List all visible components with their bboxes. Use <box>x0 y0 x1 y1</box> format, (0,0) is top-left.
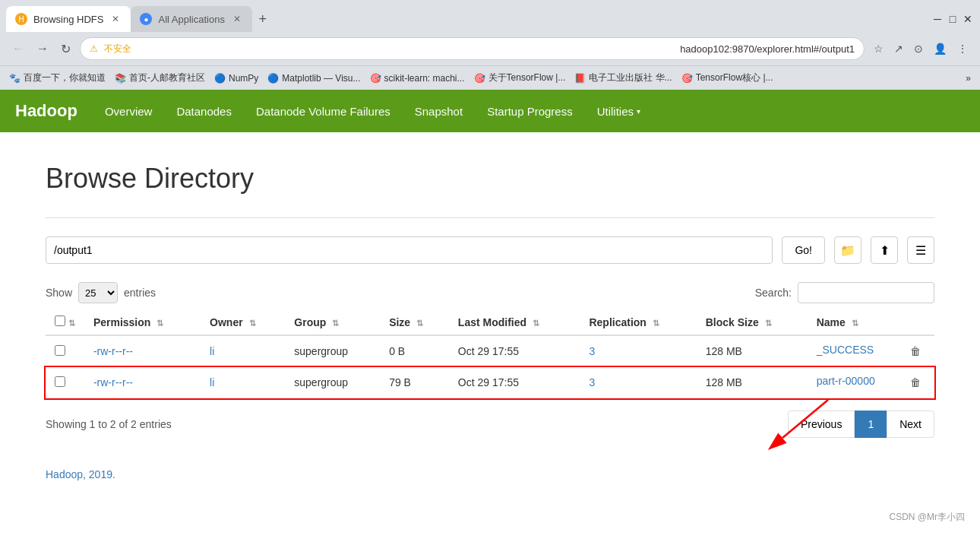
col-block-size[interactable]: Block Size ⇅ <box>697 309 808 335</box>
bookmark-icon-sklearn: 🎯 <box>370 73 381 84</box>
page-title: Browse Directory <box>46 163 934 195</box>
footer: Hadoop, 2019. <box>46 468 934 480</box>
url-actions: ☆ ↗ ⊙ 👤 ⋮ <box>871 40 971 58</box>
tab1-favicon: H <box>15 13 27 25</box>
bookmark-icon-renyou: 📚 <box>115 73 126 84</box>
path-input[interactable] <box>46 236 773 264</box>
sort-icon-select: ⇅ <box>68 319 75 328</box>
page1-button[interactable]: 1 <box>855 411 887 438</box>
menu-button[interactable]: ⋮ <box>954 40 971 58</box>
sort-icon-group: ⇅ <box>332 319 339 328</box>
minimize-button[interactable]: ─ <box>931 13 944 25</box>
refresh-button[interactable]: ↻ <box>58 39 74 59</box>
bookmark-matplotlib[interactable]: 🔵 Matplotlib — Visu... <box>267 73 360 84</box>
zoom-button[interactable]: ⊙ <box>911 40 926 58</box>
checkbox-header: ⇅ <box>46 309 84 335</box>
pagination-row: Showing 1 to 2 of 2 entries Previous 1 N… <box>46 411 934 438</box>
new-tab-button[interactable]: + <box>252 8 273 30</box>
maximize-button[interactable]: □ <box>947 13 959 25</box>
showing-text: Showing 1 to 2 of 2 entries <box>46 418 172 430</box>
sort-icon-last-modified: ⇅ <box>533 319 539 328</box>
row2-checkbox-cell <box>46 367 84 398</box>
bookmark-dianzi[interactable]: 📕 电子工业出版社 华... <box>574 71 672 84</box>
row1-checkbox-cell <box>46 335 84 367</box>
table-header-row: ⇅ Permission ⇅ Owner ⇅ Group ⇅ <box>46 309 934 335</box>
col-replication[interactable]: Replication ⇅ <box>580 309 696 335</box>
row2-replication-link[interactable]: 3 <box>589 376 595 388</box>
url-bar[interactable]: ⚠ 不安全 hadoop102:9870/explorer.html#/outp… <box>80 37 865 60</box>
share-button[interactable]: ↗ <box>891 40 906 58</box>
col-group[interactable]: Group ⇅ <box>285 309 380 335</box>
account-button[interactable]: 👤 <box>931 40 950 58</box>
row2-name-link[interactable]: part-r-00000 <box>817 375 875 387</box>
col-size[interactable]: Size ⇅ <box>380 309 449 335</box>
bookmarks-more[interactable]: » <box>966 73 971 84</box>
nav-startup-progress[interactable]: Startup Progress <box>475 91 585 132</box>
table-icon-button[interactable]: ☰ <box>907 236 934 264</box>
nav-snapshot[interactable]: Snapshot <box>403 91 475 132</box>
back-button[interactable]: ← <box>9 39 27 59</box>
row1-delete-button[interactable]: 🗑 <box>906 344 925 359</box>
nav-datanode-volume-failures[interactable]: Datanode Volume Failures <box>244 91 403 132</box>
row1-block-size: 128 MB <box>697 335 808 367</box>
active-tab[interactable]: H Browsing HDFS ✕ <box>6 6 131 32</box>
folder-icon-button[interactable]: 📁 <box>834 236 861 264</box>
bookmark-label-sklearn: scikit-learn: machi... <box>384 73 465 84</box>
show-label: Show <box>46 287 72 299</box>
select-all-checkbox[interactable] <box>55 315 65 326</box>
col-permission[interactable]: Permission ⇅ <box>84 309 201 335</box>
search-label: Search: <box>755 287 792 299</box>
bookmark-star-button[interactable]: ☆ <box>871 40 887 58</box>
row1-replication-link[interactable]: 3 <box>589 345 595 357</box>
previous-button[interactable]: Previous <box>788 411 855 438</box>
show-entries-row: Show 10 25 50 100 entries <box>46 282 156 303</box>
go-button[interactable]: Go! <box>782 236 825 264</box>
bookmark-numpy[interactable]: 🔵 NumPy <box>214 73 258 84</box>
entries-select[interactable]: 10 25 50 100 <box>78 282 118 303</box>
content-divider <box>46 217 934 218</box>
nav-datanodes[interactable]: Datanodes <box>164 91 244 132</box>
nav-utilities[interactable]: Utilities ▾ <box>585 91 653 132</box>
row1-checkbox[interactable] <box>55 345 65 356</box>
bookmark-label-baidu: 百度一下，你就知道 <box>24 71 106 84</box>
tab2-close[interactable]: ✕ <box>231 13 243 25</box>
search-input[interactable] <box>798 282 934 303</box>
path-row: Go! 📁 ⬆ ☰ <box>46 236 934 264</box>
col-owner[interactable]: Owner ⇅ <box>201 309 285 335</box>
bookmark-tensorflow2[interactable]: 🎯 TensorFlow核心 |... <box>681 71 773 84</box>
row2-permission-link[interactable]: -rw-r--r-- <box>93 376 133 388</box>
row1-owner-link[interactable]: li <box>210 345 214 357</box>
forward-button[interactable]: → <box>33 39 52 59</box>
url-text: hadoop102:9870/explorer.html#/output1 <box>680 43 855 55</box>
upload-icon-button[interactable]: ⬆ <box>871 236 898 264</box>
inactive-tab[interactable]: ● All Applications ✕ <box>131 6 252 32</box>
columns-icon: ☰ <box>915 243 926 258</box>
bookmark-baidu[interactable]: 🐾 百度一下，你就知道 <box>9 71 106 84</box>
table-row: -rw-r--r-- li supergroup 79 B Oct 29 17:… <box>46 367 934 398</box>
bookmark-tensorflow1[interactable]: 🎯 关于TensorFlow |... <box>474 71 566 84</box>
row2-permission: -rw-r--r-- <box>84 367 201 398</box>
table-controls: Show 10 25 50 100 entries Search: <box>46 282 934 303</box>
nav-overview[interactable]: Overview <box>93 91 165 132</box>
col-last-modified[interactable]: Last Modified ⇅ <box>449 309 580 335</box>
row2-owner-link[interactable]: li <box>210 376 214 388</box>
directory-table: ⇅ Permission ⇅ Owner ⇅ Group ⇅ <box>46 309 934 398</box>
row2-checkbox[interactable] <box>55 376 65 387</box>
next-button[interactable]: Next <box>887 411 934 438</box>
row1-name-cell: _SUCCESS 🗑 <box>808 335 934 367</box>
bookmark-sklearn[interactable]: 🎯 scikit-learn: machi... <box>370 73 465 84</box>
col-name[interactable]: Name ⇅ <box>808 309 934 335</box>
row1-permission-link[interactable]: -rw-r--r-- <box>93 345 133 357</box>
row2-delete-button[interactable]: 🗑 <box>906 375 925 390</box>
row1-name-link[interactable]: _SUCCESS <box>817 344 874 356</box>
bookmark-renyou[interactable]: 📚 首页-人邮教育社区 <box>115 71 205 84</box>
row2-owner: li <box>201 367 285 398</box>
security-icon: ⚠ <box>90 43 98 54</box>
tab1-close[interactable]: ✕ <box>109 13 122 25</box>
close-button[interactable]: ✕ <box>962 13 974 25</box>
sort-icon-block-size: ⇅ <box>765 319 772 328</box>
address-bar: ← → ↻ ⚠ 不安全 hadoop102:9870/explorer.html… <box>0 32 980 65</box>
row2-block-size: 128 MB <box>697 367 808 398</box>
bookmark-label-dianzi: 电子工业出版社 华... <box>589 71 672 84</box>
row1-size: 0 B <box>380 335 449 367</box>
